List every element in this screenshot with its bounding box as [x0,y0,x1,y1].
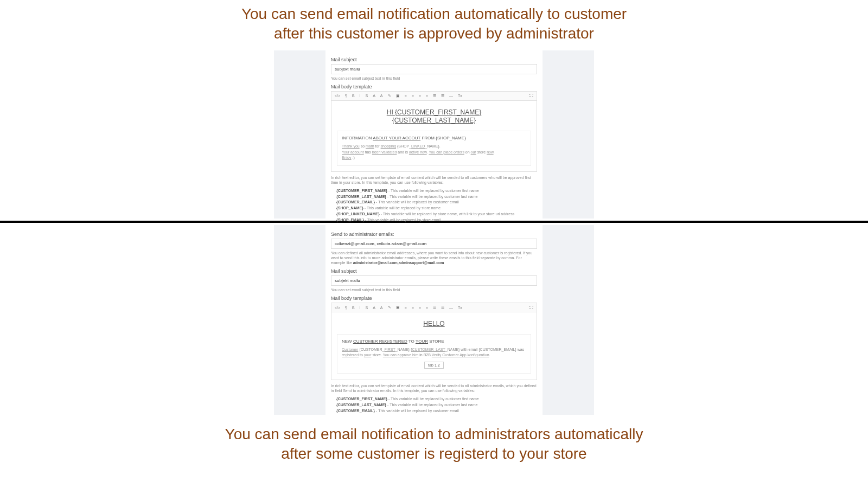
toolbar-icon[interactable]: ¶ [344,305,348,310]
toolbar-icon[interactable]: S [365,93,369,98]
toolbar-icon[interactable]: ☰ [440,305,445,310]
panel2-wrap: Send to administrator emails: cvikenzi@g… [0,225,868,415]
toolbar-icon[interactable]: A [379,305,384,310]
toolbar-icon[interactable]: ¶ [344,93,348,98]
toolbar-icon[interactable]: ≡ [418,93,422,98]
toolbar-icon[interactable]: </> [334,305,341,310]
variable-item: {CUSTOMER_EMAIL} - This variable will be… [336,408,537,414]
info-box-title: INFORMATION ABOUT YOUR ACCOUT FROM {SHOP… [342,136,526,140]
toolbar-icon[interactable]: B [351,93,356,98]
mail-body-label: Mail body template [331,84,537,89]
bottom-caption-line2: after some customer is registerd to your… [281,445,586,462]
toolbar-icon[interactable]: — [448,93,454,98]
variables-list-2: {CUSTOMER_FIRST_NAME} - This variable wi… [336,396,537,413]
toolbar-icon[interactable]: ≡ [411,305,415,310]
toolbar-icon[interactable]: ☰ [432,305,437,310]
toolbar-icon[interactable]: ☰ [432,93,437,99]
variable-item: {CUSTOMER_LAST_NAME} - This variable wil… [336,402,537,408]
variable-item: {CUSTOMER_FIRST_NAME} - This variable wi… [336,396,537,402]
mail-subject-label-2: Mail subject [331,268,537,274]
customer-email-panel: Mail subject subjekt mailu You can set e… [326,50,542,219]
toolbar-icon[interactable]: ≡ [425,93,429,98]
bottom-caption-line1: You can send email notification to admin… [225,426,643,442]
toolbar-icon[interactable]: </> [334,93,341,98]
toolbar-icon[interactable]: A [372,305,376,310]
editor-toolbar: </>¶BISAA✎▣≡≡≡≡☰☰—Tx⛶ [331,91,537,101]
editor-area-2[interactable]: HELLO NEW CUSTOMER REGISTERED TO YOUR ST… [331,312,537,380]
admin-email-panel: Send to administrator emails: cvikenzi@g… [326,225,542,415]
editor-area[interactable]: HI {CUSTOMER_FIRST_NAME} {CUSTOMER_LAST_… [331,101,537,172]
variable-item: {SHOP_EMAIL} - This variable will be rep… [336,217,537,223]
mail-subject-help-2: You can set email subject text in this f… [331,287,537,292]
variable-item: {SHOP_LINKED_NAME} - This variable will … [336,211,537,217]
toolbar-icon[interactable]: ☰ [440,93,445,99]
toolbar-icon[interactable]: ▣ [395,305,401,310]
editor-toolbar-2: </>¶BISAA✎▣≡≡≡≡☰☰—Tx⛶ [331,303,537,312]
toolbar-icon[interactable]: ≡ [411,93,415,98]
top-caption-line2: after this customer is approved by admin… [274,25,594,42]
variables-list: {CUSTOMER_FIRST_NAME} - This variable wi… [336,188,537,223]
toolbar-icon[interactable]: — [448,305,454,310]
toolbar-icon[interactable]: ≡ [425,305,429,310]
toolbar-icon[interactable]: ✎ [387,93,392,99]
toolbar-icon[interactable]: ≡ [404,305,408,310]
toolbar-icon[interactable]: S [365,305,369,310]
toolbar-icon[interactable]: ✎ [387,305,392,310]
toolbar-icon[interactable]: A [372,93,376,98]
panel1-wrap: Mail subject subjekt mailu You can set e… [0,50,868,219]
bottom-caption: You can send email notification to admin… [0,415,868,475]
admin-emails-help: You can defined all administrator email … [331,251,537,265]
variable-item: {SHOP_NAME} - This variable will be repl… [336,206,537,211]
editor-heading-2: HELLO [337,320,531,329]
mail-body-label-2: Mail body template [331,296,537,301]
rich-editor-help-2: In rich text editor, you can set templat… [331,383,537,393]
info-box-title-2: NEW CUSTOMER REGISTERED TO YOUR STORE [342,339,526,344]
toolbar-icon[interactable]: ⛶ [528,305,534,310]
info-box-body-2: Customer {CUSTOMER_FIRST_NAME} {CUSTOMER… [342,347,526,358]
variable-item: {CUSTOMER_EMAIL} - This variable will be… [336,200,537,205]
toolbar-icon[interactable]: ▣ [395,93,401,99]
top-caption-line1: You can send email notification automati… [241,5,627,22]
toolbar-icon[interactable]: Tx [457,93,463,98]
mail-subject-input[interactable]: subjekt mailu [331,64,537,74]
mail-subject-label: Mail subject [331,57,537,62]
variable-item: {CUSTOMER_LAST_NAME} - This variable wil… [336,194,537,200]
toolbar-icon[interactable]: Tx [457,305,463,310]
toolbar-icon[interactable]: B [351,305,356,310]
toolbar-icon[interactable]: ≡ [404,93,408,98]
variable-item: {CUSTOMER_FIRST_NAME} - This variable wi… [336,188,537,194]
top-caption: You can send email notification automati… [0,0,868,50]
info-box-body: Thank you so math for shopping {SHOP_LIN… [342,144,526,161]
mail-subject-input-2[interactable]: subjekt mailu [331,275,537,286]
admin-emails-input[interactable]: cvikenzi@gmail.com, cvikota.adam@gmail.c… [331,239,537,249]
toolbar-icon[interactable]: A [379,93,384,98]
mail-subject-help: You can set email subject text in this f… [331,76,537,81]
toolbar-icon[interactable]: I [359,93,362,98]
toolbar-icon[interactable]: I [359,305,362,310]
rich-editor-help: In rich text editor, you can set templat… [331,175,537,185]
toolbar-icon[interactable]: ⛶ [528,93,534,98]
editor-heading-l1: HI {CUSTOMER_FIRST_NAME} [387,108,481,116]
tab-button[interactable]: tab 1.2 [424,362,443,369]
admin-emails-label: Send to administrator emails: [331,232,537,237]
editor-heading-l2: {CUSTOMER_LAST_NAME} [392,117,476,124]
toolbar-icon[interactable]: ≡ [418,305,422,310]
